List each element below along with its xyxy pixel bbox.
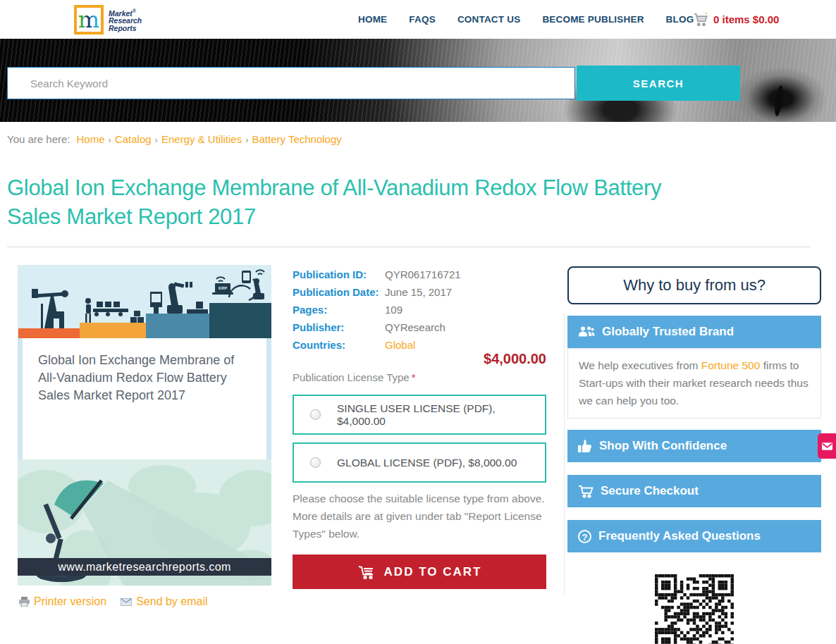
site-logo[interactable]: m Market® Research Reports	[74, 5, 142, 35]
email-feedback-tab[interactable]	[818, 433, 836, 459]
printer-icon	[19, 597, 30, 607]
sidebar-section-faq[interactable]: ? Frequently Asked Questions	[567, 520, 821, 552]
breadcrumb-prefix: You are here:	[7, 133, 70, 145]
sidebar-section-title: Globally Trusted Brand	[602, 325, 734, 339]
logo-text: Market® Research Reports	[109, 7, 142, 33]
breadcrumb: You are here:Home›Catalog›Energy & Utili…	[7, 133, 345, 145]
thumbs-up-icon	[578, 440, 592, 453]
breadcrumb-energy-utilities[interactable]: Energy & Utilities	[161, 133, 242, 145]
search-input[interactable]	[7, 67, 575, 99]
nav-home[interactable]: HOME	[358, 14, 387, 25]
cat-eye-decoration	[773, 85, 785, 117]
cart-icon	[578, 485, 594, 498]
license-option-label: GLOBAL LICENSE (PDF), $8,000.00	[337, 457, 517, 469]
cover-title: Global Ion Exchange Membrane of All-Vana…	[38, 352, 252, 404]
cart-summary[interactable]: 0 items $0.00	[693, 0, 779, 39]
nav-contact-us[interactable]: CONTACT US	[457, 14, 521, 25]
printer-version-link[interactable]: Printer version	[19, 595, 106, 608]
license-note: Please choose the suitable license type …	[293, 490, 551, 543]
column-divider	[564, 314, 565, 595]
detail-label: Pages:	[293, 304, 385, 316]
sidebar-section-title: Secure Checkout	[601, 484, 699, 498]
page-title: Global Ion Exchange Membrane of All-Vana…	[7, 173, 811, 231]
cover-website-url: www.marketresearchreports.com	[18, 558, 271, 576]
detail-label: Countries:	[293, 339, 385, 351]
sidebar-section-globally-trusted-brand[interactable]: Globally Trusted Brand	[567, 316, 821, 348]
main-nav: HOME FAQS CONTACT US BECOME PUBLISHER BL…	[358, 0, 694, 39]
license-option-global[interactable]: GLOBAL LICENSE (PDF), $8,000.00	[293, 442, 546, 483]
question-icon: ?	[578, 530, 591, 543]
title-divider	[7, 247, 811, 247]
nav-blog[interactable]: BLOG	[666, 14, 694, 25]
breadcrumb-battery-technology[interactable]: Battery Technology	[252, 133, 342, 145]
detail-row-pages: Pages: 109	[293, 301, 546, 318]
cart-icon	[357, 564, 376, 580]
detail-value: June 15, 2017	[385, 286, 452, 298]
action-links: Printer version Send by email	[19, 595, 208, 608]
sidebar-section-secure-checkout[interactable]: Secure Checkout	[567, 475, 821, 507]
why-buy-box: Why to buy from us?	[567, 266, 821, 304]
send-by-email-label: Send by email	[136, 595, 207, 608]
detail-value: QYResearch	[385, 321, 445, 333]
breadcrumb-home[interactable]: Home	[77, 133, 105, 145]
trusted-brand-text: We help executives from Fortune 500 firm…	[567, 348, 821, 419]
svg-text:ERP: ERP	[219, 286, 227, 290]
search-button[interactable]: SEARCH	[577, 66, 740, 101]
sidebar-section-title: Shop With Confidence	[599, 439, 727, 453]
svg-text:m: m	[78, 8, 99, 31]
license-type-heading: Publication License Type*	[293, 371, 416, 383]
nav-become-publisher[interactable]: BECOME PUBLISHER	[542, 14, 644, 25]
cart-items-total: 0 items $0.00	[713, 13, 779, 25]
detail-label: Publisher:	[293, 321, 385, 333]
breadcrumb-separator: ›	[109, 135, 111, 145]
detail-label: Publication ID:	[293, 268, 385, 280]
hero-banner: SEARCH	[0, 39, 836, 122]
sidebar-section-title: Frequently Asked Questions	[598, 529, 761, 543]
logo-m-icon: m	[74, 5, 104, 35]
detail-row-publication-id: Publication ID: QYR061716721	[293, 266, 546, 283]
send-by-email-link[interactable]: Send by email	[121, 595, 207, 608]
report-cover-image: ERP Global Ion Exchange Membrane of All-…	[18, 265, 271, 586]
cover-title-area: Global Ion Exchange Membrane of All-Vana…	[23, 338, 266, 459]
publication-details: Publication ID: QYR061716721 Publication…	[293, 266, 546, 590]
required-asterisk: *	[412, 371, 416, 383]
radio-global-license[interactable]	[310, 457, 321, 468]
cover-map-illustration: www.marketresearchreports.com	[18, 459, 271, 586]
detail-row-publication-date: Publication Date: June 15, 2017	[293, 283, 546, 301]
detail-label: Publication Date:	[293, 286, 385, 298]
industry-illustration: ERP	[18, 265, 271, 338]
add-to-cart-label: ADD TO CART	[384, 565, 482, 579]
qr-code	[655, 574, 734, 644]
radio-single-user-license[interactable]	[310, 409, 321, 420]
envelope-icon	[121, 598, 132, 606]
cart-icon	[693, 13, 708, 27]
registered-mark: ®	[133, 8, 136, 13]
detail-row-publisher: Publisher: QYResearch	[293, 318, 546, 336]
license-option-single-user[interactable]: SINGLE USER LICENSE (PDF), $4,000.00	[293, 395, 546, 435]
nav-faqs[interactable]: FAQS	[409, 14, 436, 25]
site-header: m Market® Research Reports HOME FAQS CON…	[0, 0, 836, 39]
fortune-500-link[interactable]: Fortune 500	[701, 359, 761, 371]
printer-version-label: Printer version	[34, 595, 106, 608]
detail-value: 109	[385, 304, 402, 316]
envelope-icon	[822, 442, 832, 450]
countries-global-link[interactable]: Global	[385, 339, 415, 351]
price: $4,000.00	[484, 351, 546, 367]
license-option-label: SINGLE USER LICENSE (PDF), $4,000.00	[337, 402, 545, 428]
add-to-cart-button[interactable]: ADD TO CART	[293, 555, 546, 589]
sidebar-section-shop-with-confidence[interactable]: Shop With Confidence	[567, 430, 821, 462]
breadcrumb-catalog[interactable]: Catalog	[115, 133, 152, 145]
breadcrumb-separator: ›	[155, 135, 158, 145]
users-icon	[578, 326, 595, 338]
page: m Market® Research Reports HOME FAQS CON…	[0, 0, 836, 644]
breadcrumb-separator: ›	[245, 135, 248, 145]
detail-value: QYR061716721	[385, 268, 461, 280]
